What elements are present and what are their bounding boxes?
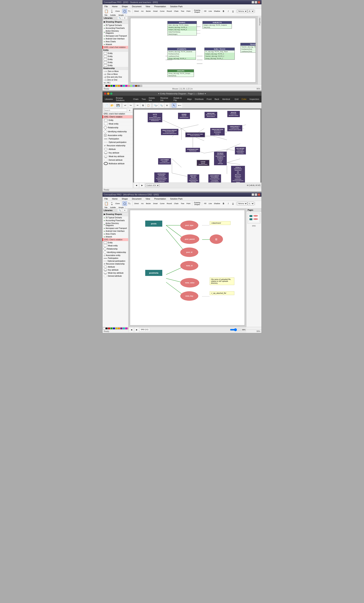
shadow-btn-3[interactable]: Shadow — [213, 201, 221, 206]
bezier-btn[interactable]: Bezier — [145, 9, 152, 13]
entity-item-5[interactable]: Entity — [103, 64, 128, 67]
lib-accounting-3[interactable]: ● Accounting Flowcharts — [103, 219, 128, 222]
menu-solution-3[interactable]: Solution Park — [169, 197, 184, 200]
underline-btn-3[interactable]: U — [231, 201, 235, 206]
curve-btn[interactable]: Curve — [159, 9, 165, 13]
color3-magenta[interactable] — [125, 327, 127, 329]
properties-tab-1[interactable]: Properties — [258, 17, 261, 26]
copy-btn-3[interactable]: ⧉ — [110, 204, 114, 206]
lib-search-btn[interactable]: 🔍 — [117, 17, 122, 19]
smart-btn-3[interactable]: Smart — [152, 201, 159, 206]
tree-btn-3[interactable]: Tree — [180, 201, 185, 206]
page-thumb-1[interactable] — [247, 213, 260, 223]
menu-document-3[interactable]: Document — [131, 197, 142, 200]
entity-section[interactable]: Entity — [103, 49, 128, 52]
chen-relationship-item[interactable]: Relationship — [103, 126, 133, 130]
chain-btn[interactable]: Chain — [173, 9, 179, 13]
point-btn[interactable]: Point — [186, 9, 191, 13]
tb2-new[interactable]: 📄 — [104, 103, 109, 108]
rel-m1-2[interactable]: M:1 M:1 — [103, 84, 128, 84]
color3-black[interactable] — [106, 327, 108, 329]
libs2-search-input[interactable] — [103, 109, 127, 112]
copy-btn[interactable]: ⧉ — [110, 11, 114, 13]
paste-btn[interactable]: 📋 — [103, 9, 109, 13]
cut-btn-3[interactable]: ✂ — [110, 202, 114, 204]
color-magenta[interactable] — [125, 85, 127, 87]
libs2-chen-item[interactable]: ERD, Chen's notation — [103, 116, 133, 118]
textbox-btn[interactable]: T□ — [127, 9, 132, 13]
round-btn-3[interactable]: Round — [166, 201, 173, 206]
color-pink[interactable] — [128, 85, 130, 87]
textbox-btn-3[interactable]: T□ — [127, 201, 132, 206]
arc-btn[interactable]: Arc — [140, 9, 145, 13]
lib-activedir-3[interactable]: ● Active Directory Diagrams — [103, 222, 128, 227]
libs2-crow-item[interactable]: ERD, crow's foot notation — [103, 112, 133, 116]
select-btn[interactable]: ⬡ — [122, 9, 127, 13]
color-orange[interactable] — [118, 85, 120, 87]
tb2-chain[interactable]: Chain — [132, 98, 139, 101]
chen3-weak-key[interactable]: Weak key attribute — [103, 271, 128, 274]
lib-android[interactable]: ● Android User Interface — [103, 37, 128, 40]
chen-id-relationship-item[interactable]: Identifying relationship — [103, 130, 133, 134]
line-style-btn[interactable]: Line — [208, 9, 213, 13]
tb2-fit[interactable]: ⊞ — [165, 103, 169, 108]
lib-options-btn[interactable]: ≡ — [122, 17, 127, 19]
chen-weak-key-item[interactable]: Weak key attribute — [103, 155, 133, 158]
lib-artwork-3[interactable]: ● Artwork — [103, 235, 128, 238]
color-sky[interactable] — [132, 85, 135, 87]
tb2-undo[interactable]: ↩ — [123, 103, 128, 108]
lib-options-btn-3[interactable]: ≡ — [122, 209, 127, 212]
tb2-copy[interactable]: ⧉ — [141, 103, 145, 108]
menu-presentation-3[interactable]: Presentation — [153, 197, 167, 200]
color-cyan[interactable] — [123, 85, 125, 87]
lib-aerospace-3[interactable]: ● Aerospace and Transport — [103, 227, 128, 230]
entity-item-4[interactable]: Entity — [103, 61, 128, 64]
tb2-open[interactable]: 📂 — [110, 103, 115, 108]
page-prev-2[interactable]: ◀ — [134, 183, 139, 188]
color-brown[interactable] — [135, 85, 137, 87]
lib-accounting[interactable]: ● Accounting Flowcharts — [103, 27, 128, 30]
canvas-bg-3[interactable]: posts postmeta post_type post_parent ID — [130, 210, 245, 325]
tb2-cut[interactable]: ✂ — [135, 103, 140, 108]
tb2-tree[interactable]: Tree — [141, 98, 147, 101]
paste-btn-3[interactable]: 📋 — [103, 201, 109, 206]
zoom-slider-3[interactable] — [230, 329, 241, 331]
fill-btn[interactable]: Fill — [203, 9, 207, 13]
chen-multivalue-item[interactable]: Multivalue attribute — [103, 162, 133, 165]
color3-blue[interactable] — [113, 327, 115, 329]
tb2-libraries[interactable]: Libraries — [104, 98, 114, 101]
chen3-assoc[interactable]: ◇ Associative entity — [103, 254, 128, 257]
erd-tab-3[interactable]: ERD (1/1) — [140, 328, 150, 331]
page-next-3[interactable]: ▶ — [134, 327, 139, 332]
color-purple[interactable] — [120, 85, 122, 87]
color-gray2[interactable] — [140, 85, 142, 87]
entity-item-1[interactable]: Entity — [103, 52, 128, 55]
tb2-identical[interactable]: Identical — [222, 98, 231, 101]
tb2-save[interactable]: 💾 — [116, 103, 121, 108]
chen-participation-item[interactable]: Participation — [103, 137, 133, 141]
maximize-btn-3[interactable]: □ — [255, 193, 257, 196]
minimize-btn-1[interactable]: _ — [252, 1, 254, 4]
menu-shape-3[interactable]: Shape — [121, 197, 129, 200]
direct-btn-3[interactable]: Direct — [133, 201, 140, 206]
color-white[interactable] — [103, 85, 105, 87]
color-black[interactable] — [106, 85, 108, 87]
chen-recursive-item[interactable]: ↺ Recursive relationship — [103, 144, 133, 147]
rel-one-more[interactable]: ─|< One or More — [103, 73, 128, 76]
mac-close-btn[interactable] — [104, 93, 106, 95]
lib-search-btn-3[interactable]: 🔍 — [117, 209, 122, 212]
chen-weak-entity-item[interactable]: Weak entity — [103, 122, 133, 126]
canvas-bg-1[interactable]: MARKS Mark_Id(Long) PK:PK_Marks Student_… — [130, 18, 256, 82]
round-btn[interactable]: Round — [166, 9, 173, 13]
bold-btn-3[interactable]: B — [221, 201, 226, 206]
point-btn-3[interactable]: Point — [186, 201, 191, 206]
font-select-3[interactable]: Tahoma — [237, 202, 247, 205]
drawing-shapes-btn-3[interactable]: DrawingShapes — [193, 201, 201, 206]
menu-shape-1[interactable]: Shape — [121, 5, 129, 8]
menu-file-1[interactable]: File — [103, 5, 109, 8]
tb2-color[interactable]: Color — [241, 98, 247, 101]
color3-white[interactable] — [103, 327, 105, 329]
tb2-back[interactable]: Back — [214, 98, 220, 101]
tb2-reverse-link[interactable]: Reverse link — [160, 96, 171, 102]
tb2-align[interactable]: Align — [186, 98, 192, 101]
